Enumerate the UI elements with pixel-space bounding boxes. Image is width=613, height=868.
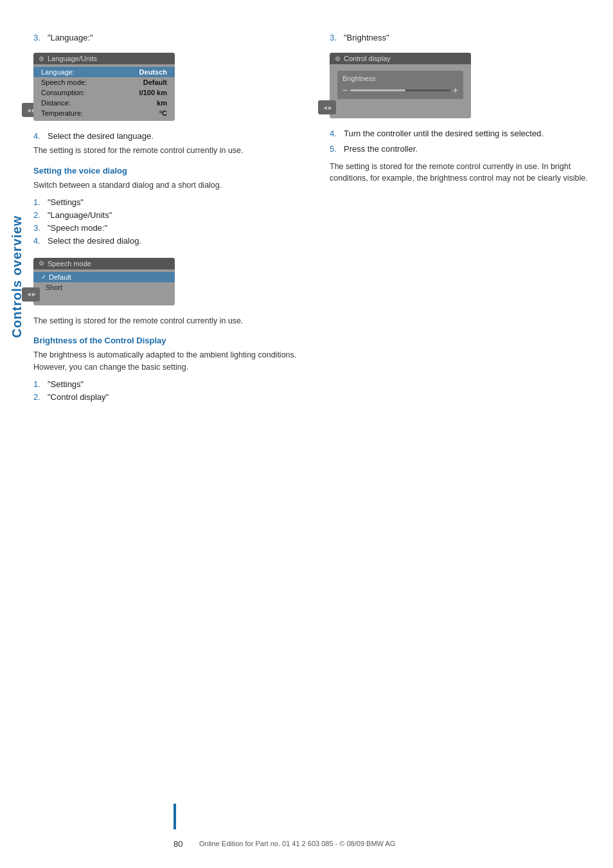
left-column: 3. "Language:" ◄► ⚙ Language/Units xyxy=(33,32,304,407)
speech-settings-icon: ⚙ xyxy=(39,260,44,267)
slider-track xyxy=(350,89,450,91)
sidebar-title: Controls overview xyxy=(10,215,24,338)
step-5-brightness: 5. Press the controller. xyxy=(330,143,600,155)
slider-plus-icon: + xyxy=(453,85,458,95)
brightness-step-2-num: 2. xyxy=(33,392,44,403)
controller-knob-brightness: ◄► xyxy=(318,100,336,114)
step-4-brightness: 4. Turn the controller until the desired… xyxy=(330,128,600,140)
voice-step-4-num: 4. xyxy=(33,235,44,247)
footer-text: Online Edition for Part no. 01 41 2 603 … xyxy=(199,839,395,849)
step-4-lang-text: Select the desired language. xyxy=(48,131,154,142)
lang-row-0: Language: Deutsch xyxy=(33,67,175,77)
right-column: 3. "Brightness" ◄► ⚙ Control display xyxy=(330,32,600,407)
page-container: Controls overview 3. "Language:" ◄► xyxy=(0,0,613,868)
speech-row-short: Short xyxy=(33,282,175,293)
voice-dialog-steps: 1. "Settings" 2. "Language/Units" 3. "Sp… xyxy=(33,197,304,248)
step-4-brightness-text: Turn the controller until the desired se… xyxy=(344,128,544,140)
speech-screen-wrapper: ◄► ⚙ Speech mode ✓ Default xyxy=(33,251,175,313)
voice-dialog-heading: Setting the voice dialog xyxy=(33,166,304,176)
speech-screen: ⚙ Speech mode ✓ Default Short xyxy=(33,258,175,305)
brightness-step-1-num: 1. xyxy=(33,379,44,390)
brightness-steps: 1. "Settings" 2. "Control display" xyxy=(33,379,304,403)
language-screen: ⚙ Language/Units Language: Deutsch Speec… xyxy=(33,53,175,121)
voice-step-1-text: "Settings" xyxy=(48,197,84,208)
voice-step-2-num: 2. xyxy=(33,210,44,221)
two-column-layout: 3. "Language:" ◄► ⚙ Language/Units xyxy=(33,32,600,407)
step-3-brightness-text: "Brightness" xyxy=(344,32,389,44)
step-4-lang: 4. Select the desired language. xyxy=(33,131,304,142)
para-speech: The setting is stored for the remote con… xyxy=(33,315,304,327)
language-screen-titlebar: ⚙ Language/Units xyxy=(33,53,175,64)
language-screen-body: Language: Deutsch Speech mode: Default C… xyxy=(33,64,175,121)
slider-fill xyxy=(350,89,405,91)
brightness-step-2: 2. "Control display" xyxy=(33,392,304,403)
speech-screen-body: ✓ Default Short xyxy=(33,269,175,305)
language-screen-wrapper: ◄► ⚙ Language/Units Language: Deutsch xyxy=(33,46,175,129)
lang-row-0-label: Language: xyxy=(41,68,75,76)
step-3-brightness-num: 3. xyxy=(330,32,340,44)
step-3-language: 3. "Language:" xyxy=(33,32,304,44)
brightness-intro: The brightness is automatically adapted … xyxy=(33,349,304,374)
step-5-brightness-text: Press the controller. xyxy=(344,143,418,155)
brightness-screen-titlebar: ⚙ Control display xyxy=(330,53,471,64)
voice-step-3: 3. "Speech mode:" xyxy=(33,222,304,234)
lang-row-1: Speech mode: Default xyxy=(33,77,175,87)
speech-screen-title: Speech mode xyxy=(48,260,91,267)
main-content: 3. "Language:" ◄► ⚙ Language/Units xyxy=(33,32,600,817)
controller-knob-speech: ◄► xyxy=(22,287,40,302)
voice-step-2: 2. "Language/Units" xyxy=(33,210,304,221)
voice-step-4-text: Select the desired dialog. xyxy=(48,235,141,247)
step-3-num: 3. xyxy=(33,32,44,44)
lang-row-4-value: °C xyxy=(159,109,167,117)
voice-dialog-intro: Switch between a standard dialog and a s… xyxy=(33,179,304,192)
lang-row-3-value: km xyxy=(157,99,167,107)
brightness-screen: ⚙ Control display Brightness − xyxy=(330,53,471,118)
lang-row-2-label: Consumption: xyxy=(41,89,85,96)
brightness-screen-body: Brightness − + xyxy=(330,64,471,118)
brightness-step-1-text: "Settings" xyxy=(48,379,84,390)
para-brightness-right: The setting is stored for the remote con… xyxy=(330,161,600,185)
lang-row-3-label: Distance: xyxy=(41,99,71,107)
brightness-screen-wrapper: ◄► ⚙ Control display Brightness − xyxy=(330,46,471,126)
settings-icon: ⚙ xyxy=(39,55,44,62)
speech-short-label: Short xyxy=(46,284,62,291)
voice-step-3-num: 3. xyxy=(33,222,44,234)
voice-step-1-num: 1. xyxy=(33,197,44,208)
lang-row-0-value: Deutsch xyxy=(139,68,167,76)
speech-default-label: Default xyxy=(49,273,71,281)
brightness-step-2-text: "Control display" xyxy=(48,392,109,403)
step-4-brightness-num: 4. xyxy=(330,128,340,140)
lang-row-4-label: Temperature: xyxy=(41,109,83,117)
knob-arrows-brightness: ◄► xyxy=(322,104,332,111)
checkmark-icon: ✓ xyxy=(41,273,46,280)
brightness-slider: − + xyxy=(342,85,458,95)
brightness-heading: Brightness of the Control Display xyxy=(33,336,304,345)
voice-step-1: 1. "Settings" xyxy=(33,197,304,208)
page-number: 80 xyxy=(173,839,193,849)
speech-screen-titlebar: ⚙ Speech mode xyxy=(33,258,175,269)
brightness-settings-icon: ⚙ xyxy=(335,55,341,62)
step-5-brightness-num: 5. xyxy=(330,143,340,155)
knob-arrows-speech: ◄► xyxy=(26,291,36,298)
step-3-brightness: 3. "Brightness" xyxy=(330,32,600,44)
voice-step-3-text: "Speech mode:" xyxy=(48,222,107,234)
voice-step-2-text: "Language/Units" xyxy=(48,210,112,221)
step-3-text: "Language:" xyxy=(48,32,93,44)
footer-blue-bar xyxy=(173,804,176,829)
lang-row-3: Distance: km xyxy=(33,98,175,108)
footer: 80 Online Edition for Part no. 01 41 2 6… xyxy=(173,839,600,849)
step-4-lang-num: 4. xyxy=(33,131,44,142)
lang-row-2: Consumption: l/100 km xyxy=(33,87,175,98)
lang-row-2-value: l/100 km xyxy=(139,89,167,96)
brightness-ctrl-label: Brightness xyxy=(342,75,458,82)
sidebar-label: Controls overview xyxy=(0,51,33,502)
checkmark-empty xyxy=(41,284,43,291)
language-screen-title: Language/Units xyxy=(48,55,97,62)
slider-minus-icon: − xyxy=(342,85,348,95)
para-lang: The setting is stored for the remote con… xyxy=(33,145,304,157)
lang-row-4: Temperature: °C xyxy=(33,108,175,118)
voice-step-4: 4. Select the desired dialog. xyxy=(33,235,304,247)
brightness-step-1: 1. "Settings" xyxy=(33,379,304,390)
brightness-screen-title: Control display xyxy=(344,55,391,62)
lang-row-1-value: Default xyxy=(143,78,167,86)
